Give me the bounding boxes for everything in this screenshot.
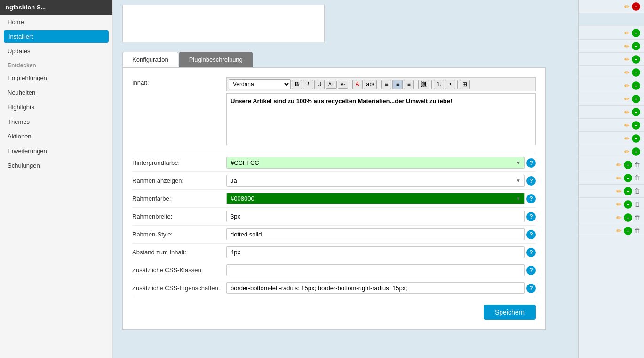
trash-icon-13[interactable]: 🗑: [634, 174, 640, 181]
plus-icon-3[interactable]: +: [632, 42, 640, 50]
pencil-icon-8[interactable]: ✏: [624, 108, 630, 116]
tab-konfiguration[interactable]: Konfiguration: [122, 52, 178, 67]
css-klassen-wrap: ?: [226, 264, 536, 276]
sidebar-item-installiert[interactable]: Installiert: [4, 30, 109, 43]
toolbar-separator-1: [350, 80, 350, 89]
hintergrundfarbe-select[interactable]: #CCFFCC: [226, 157, 525, 169]
rich-toolbar: Verdana Arial Times New Roman B I U A+ A…: [226, 77, 536, 91]
superscript-button[interactable]: A+: [326, 81, 337, 89]
align-left-button[interactable]: ≡: [381, 80, 391, 89]
plus-icon-6[interactable]: +: [632, 81, 640, 90]
rahmen-style-input[interactable]: [226, 228, 525, 240]
sidebar-item-erweiterungen[interactable]: Erweiterungen: [0, 144, 112, 158]
sidebar-item-aktionen[interactable]: Aktionen: [0, 129, 112, 144]
ordered-list-button[interactable]: 1.: [434, 80, 444, 89]
pencil-icon-17[interactable]: ✏: [616, 227, 622, 235]
plus-icon-12[interactable]: +: [624, 161, 632, 169]
pencil-icon-12[interactable]: ✏: [616, 161, 622, 169]
trash-icon-16[interactable]: 🗑: [634, 214, 640, 221]
right-item-3: ✏ +: [579, 40, 644, 53]
sidebar-item-schulungen[interactable]: Schulungen: [0, 158, 112, 173]
right-item-7: ✏ +: [579, 92, 644, 106]
pencil-icon-5[interactable]: ✏: [624, 69, 630, 76]
rahmen-style-info-button[interactable]: ?: [526, 230, 536, 239]
toolbar-separator-2: [379, 80, 379, 89]
plus-icon-16[interactable]: +: [624, 213, 632, 222]
plus-icon-5[interactable]: +: [632, 68, 640, 77]
plus-icon-7[interactable]: +: [632, 95, 640, 103]
label-rahmenfarbe: Rahmenfarbe:: [132, 193, 226, 204]
sidebar-item-updates[interactable]: Updates: [0, 44, 112, 58]
save-button[interactable]: Speichern: [484, 305, 536, 320]
toolbar-separator-5: [457, 80, 458, 89]
highlight-button[interactable]: ab/: [364, 80, 377, 89]
css-eigenschaften-info-button[interactable]: ?: [526, 284, 536, 293]
align-center-button[interactable]: ≡: [392, 80, 403, 89]
right-item-12: ✏ + 🗑: [579, 158, 644, 171]
italic-button[interactable]: I: [303, 80, 313, 89]
pencil-icon-6[interactable]: ✏: [624, 82, 630, 90]
css-eigenschaften-wrap: ?: [226, 282, 536, 294]
rahmenfarbe-select[interactable]: #008000: [226, 193, 525, 204]
trash-icon-12[interactable]: 🗑: [634, 161, 640, 168]
hintergrundfarbe-info-button[interactable]: ?: [526, 158, 536, 168]
text-editor-area[interactable]: Unsere Artikel sind zu 100% aus recycelt…: [226, 93, 536, 145]
source-button[interactable]: ⊞: [460, 80, 470, 89]
plus-icon-13[interactable]: +: [624, 174, 632, 182]
pencil-icon-13[interactable]: ✏: [616, 174, 622, 182]
pencil-icon-10[interactable]: ✏: [624, 135, 630, 142]
plus-icon-17[interactable]: +: [624, 227, 632, 235]
trash-icon-14[interactable]: 🗑: [634, 187, 640, 195]
font-select[interactable]: Verdana Arial Times New Roman: [229, 79, 291, 90]
pencil-icon-9[interactable]: ✏: [624, 122, 630, 129]
pencil-icon-11[interactable]: ✏: [624, 148, 630, 155]
tab-bar: Konfiguration Pluginbeschreibung: [122, 52, 569, 67]
css-klassen-input[interactable]: [226, 264, 525, 276]
bold-button[interactable]: B: [292, 80, 302, 89]
discover-section-label: Entdecken: [0, 58, 112, 71]
tab-pluginbeschreibung[interactable]: Pluginbeschreibung: [179, 52, 253, 67]
plus-icon-8[interactable]: +: [632, 108, 640, 116]
pencil-icon-14[interactable]: ✏: [616, 187, 622, 195]
pencil-icon-3[interactable]: ✏: [624, 42, 630, 50]
plus-icon-10[interactable]: +: [632, 134, 640, 143]
css-eigenschaften-input[interactable]: [226, 282, 525, 294]
subscript-button[interactable]: A-: [338, 81, 348, 89]
pencil-icon-16[interactable]: ✏: [616, 214, 622, 221]
css-klassen-info-button[interactable]: ?: [526, 266, 536, 275]
plus-icon-2[interactable]: +: [632, 29, 640, 37]
plus-icon-11[interactable]: +: [632, 147, 640, 156]
sidebar-item-highlights[interactable]: Highlights: [0, 100, 112, 114]
trash-icon-17[interactable]: 🗑: [634, 227, 640, 234]
rahmen-anzeigen-select[interactable]: Ja Nein: [226, 175, 525, 187]
top-panel: [122, 5, 325, 42]
rahmen-style-wrap: ?: [226, 228, 536, 240]
align-right-button[interactable]: ≡: [404, 80, 414, 89]
plus-icon-15[interactable]: +: [624, 200, 632, 209]
rahmen-anzeigen-info-button[interactable]: ?: [526, 176, 536, 186]
plus-icon-14[interactable]: +: [624, 187, 632, 195]
sidebar-item-empfehlungen[interactable]: Empfehlungen: [0, 71, 112, 85]
font-color-button[interactable]: A: [352, 80, 363, 89]
abstand-inhalt-input[interactable]: [226, 246, 525, 258]
sidebar-item-themes[interactable]: Themes: [0, 114, 112, 129]
sidebar-item-neuheiten[interactable]: Neuheiten: [0, 85, 112, 100]
pencil-icon-1[interactable]: ✏: [624, 3, 630, 10]
plus-icon-9[interactable]: +: [632, 121, 640, 130]
minus-icon-1[interactable]: −: [632, 2, 640, 11]
pencil-icon-7[interactable]: ✏: [624, 95, 630, 103]
rahmenbreite-input[interactable]: [226, 211, 525, 222]
rahmenbreite-info-button[interactable]: ?: [526, 212, 536, 221]
pencil-icon-4[interactable]: ✏: [624, 56, 630, 63]
plus-icon-4[interactable]: +: [632, 55, 640, 64]
unordered-list-button[interactable]: •: [445, 80, 455, 89]
pencil-icon-2[interactable]: ✏: [624, 29, 630, 37]
image-button[interactable]: 🖼: [418, 80, 429, 89]
rahmenfarbe-info-button[interactable]: ?: [526, 194, 536, 203]
pencil-icon-15[interactable]: ✏: [616, 201, 622, 208]
abstand-inhalt-info-button[interactable]: ?: [526, 248, 536, 257]
underline-button[interactable]: U: [314, 80, 325, 89]
trash-icon-15[interactable]: 🗑: [634, 201, 640, 208]
sidebar-item-home[interactable]: Home: [0, 15, 112, 29]
config-panel: Inhalt: Verdana Arial Times New Roman B …: [122, 67, 546, 330]
